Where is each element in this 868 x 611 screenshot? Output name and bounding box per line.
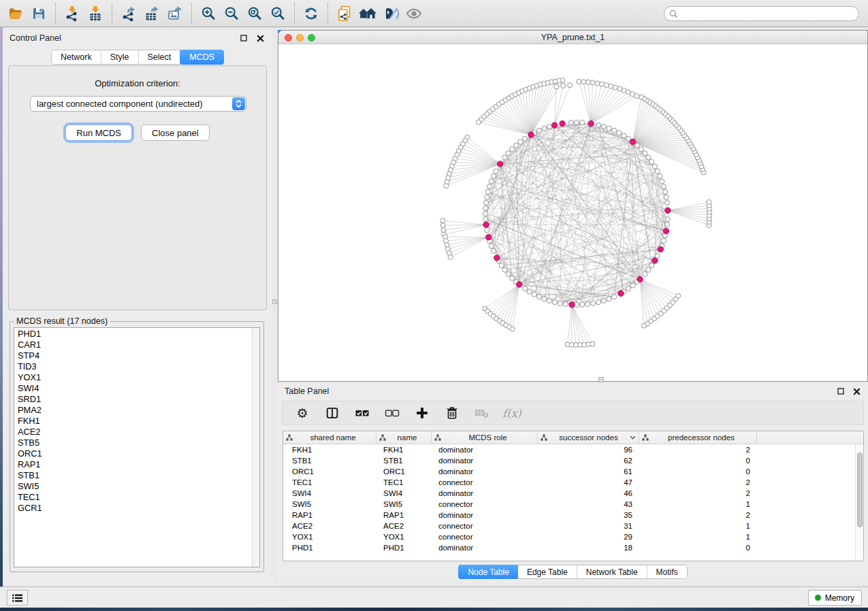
- network-node[interactable]: [554, 84, 559, 89]
- network-node[interactable]: [664, 195, 669, 199]
- column-header-shared-name[interactable]: shared name: [283, 431, 376, 444]
- network-node[interactable]: [510, 147, 515, 152]
- network-node[interactable]: [563, 301, 568, 306]
- list-item[interactable]: ORC1: [14, 448, 251, 459]
- column-header-MCDS-role[interactable]: MCDS role: [432, 431, 538, 444]
- network-node[interactable]: [601, 125, 606, 129]
- tab-node-table[interactable]: Node Table: [458, 565, 519, 579]
- list-item[interactable]: SRD1: [14, 394, 251, 405]
- network-node[interactable]: [522, 136, 527, 141]
- tab-mcds[interactable]: MCDS: [180, 50, 224, 65]
- network-node[interactable]: [622, 133, 626, 138]
- network-node[interactable]: [649, 159, 654, 164]
- new-network-from-selection-button[interactable]: [333, 3, 356, 24]
- mcds-hub-node[interactable]: [652, 258, 658, 263]
- network-node[interactable]: [510, 276, 515, 280]
- network-node[interactable]: [646, 267, 651, 272]
- list-item[interactable]: CAR1: [14, 340, 251, 350]
- hide-style-button[interactable]: [379, 3, 402, 24]
- list-item[interactable]: ACE2: [14, 427, 251, 437]
- scrollbar-thumb[interactable]: [857, 452, 863, 527]
- export-image-button[interactable]: [163, 3, 187, 24]
- search-input[interactable]: [664, 6, 859, 21]
- network-node[interactable]: [596, 122, 601, 127]
- mcds-hub-node[interactable]: [483, 222, 489, 227]
- network-node[interactable]: [643, 151, 647, 156]
- network-node[interactable]: [502, 155, 507, 160]
- run-mcds-button[interactable]: Run MCDS: [65, 125, 132, 141]
- table-settings-button[interactable]: ⚙: [293, 404, 311, 422]
- network-node[interactable]: [663, 189, 668, 194]
- network-node[interactable]: [655, 169, 660, 174]
- tab-style[interactable]: Style: [101, 50, 139, 64]
- network-node[interactable]: [607, 126, 611, 131]
- import-table-button[interactable]: [84, 3, 107, 24]
- network-node[interactable]: [652, 164, 657, 169]
- network-node[interactable]: [485, 195, 489, 199]
- network-node[interactable]: [604, 83, 609, 88]
- network-node[interactable]: [491, 174, 496, 178]
- network-node[interactable]: [547, 125, 552, 129]
- network-node[interactable]: [485, 228, 489, 233]
- network-node[interactable]: [499, 263, 504, 268]
- memory-button[interactable]: Memory: [808, 590, 862, 606]
- select-all-button[interactable]: [353, 404, 371, 422]
- network-node[interactable]: [630, 283, 635, 288]
- network-node[interactable]: [581, 80, 586, 84]
- network-node[interactable]: [639, 95, 644, 99]
- list-item[interactable]: YOX1: [14, 372, 251, 383]
- delete-column-button[interactable]: [443, 404, 461, 422]
- network-node[interactable]: [664, 222, 669, 227]
- mcds-hub-node[interactable]: [663, 228, 669, 233]
- save-session-button[interactable]: [27, 3, 50, 24]
- network-node[interactable]: [532, 292, 536, 297]
- network-node[interactable]: [591, 301, 596, 306]
- network-node[interactable]: [561, 84, 566, 88]
- refresh-layout-button[interactable]: [300, 3, 323, 24]
- splitter-handle[interactable]: [598, 377, 604, 382]
- mcds-hub-node[interactable]: [528, 132, 534, 137]
- export-table-button[interactable]: [140, 3, 163, 24]
- network-node[interactable]: [444, 184, 449, 188]
- network-node[interactable]: [502, 267, 507, 272]
- list-item[interactable]: SWI4: [14, 383, 251, 394]
- mcds-result-list[interactable]: PHD1CAR1STP4TID3YOX1SWI4SRD1PMA2FKH1ACE2…: [14, 329, 251, 514]
- network-graph[interactable]: [278, 44, 867, 381]
- network-node[interactable]: [613, 85, 617, 90]
- float-panel-button[interactable]: [835, 386, 846, 397]
- network-node[interactable]: [506, 151, 511, 156]
- mcds-hub-node[interactable]: [618, 291, 624, 296]
- vertical-splitter[interactable]: [272, 27, 278, 582]
- tab-edge-table[interactable]: Edge Table: [518, 565, 577, 578]
- add-column-button[interactable]: [413, 404, 431, 422]
- mcds-hub-node[interactable]: [637, 276, 643, 282]
- zoom-selected-button[interactable]: [266, 3, 289, 24]
- splitter-handle[interactable]: [272, 299, 277, 304]
- open-session-button[interactable]: [4, 3, 27, 24]
- network-node[interactable]: [510, 327, 515, 331]
- column-header-name[interactable]: name: [376, 431, 432, 444]
- network-node[interactable]: [542, 297, 547, 301]
- network-node[interactable]: [626, 286, 631, 291]
- network-node[interactable]: [568, 83, 573, 88]
- network-node[interactable]: [595, 81, 600, 86]
- network-node[interactable]: [596, 300, 601, 305]
- optimization-criterion-select[interactable]: largest connected component (undirected): [30, 96, 246, 112]
- network-node[interactable]: [476, 120, 481, 125]
- list-item[interactable]: FKH1: [14, 416, 251, 427]
- mcds-hub-node[interactable]: [588, 120, 594, 126]
- table-row[interactable]: ORC1ORC1dominator610: [283, 466, 863, 477]
- network-node[interactable]: [491, 248, 496, 253]
- mcds-hub-node[interactable]: [658, 246, 663, 252]
- export-network-button[interactable]: [117, 3, 140, 24]
- close-panel-action-button[interactable]: Close panel: [141, 125, 210, 141]
- network-node[interactable]: [617, 131, 622, 135]
- mcds-hub-node[interactable]: [551, 122, 557, 128]
- network-node[interactable]: [542, 126, 547, 131]
- network-node[interactable]: [483, 205, 488, 210]
- close-panel-button[interactable]: [851, 386, 862, 397]
- show-all-button[interactable]: [356, 3, 379, 24]
- table-row[interactable]: SWI4SWI4dominator462: [283, 488, 863, 499]
- tab-motifs[interactable]: Motifs: [647, 565, 687, 578]
- network-node[interactable]: [506, 271, 511, 276]
